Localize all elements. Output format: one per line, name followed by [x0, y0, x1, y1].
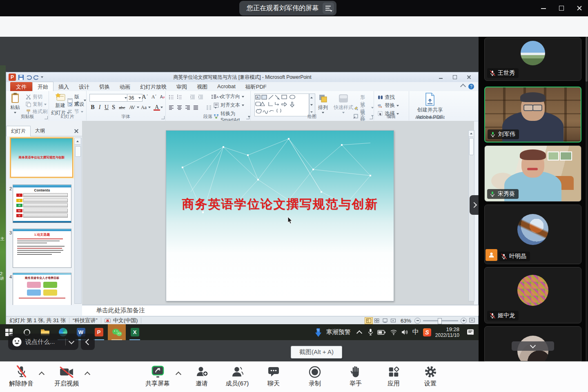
slide-thumbnail-3[interactable]: 1.论文选题 — [13, 229, 71, 268]
audio-options-chevron[interactable] — [40, 371, 44, 378]
zoom-slider-thumb[interactable] — [438, 318, 442, 324]
close-button[interactable] — [577, 5, 582, 11]
clear-formatting-button[interactable]: A — [160, 94, 165, 100]
reset-button[interactable]: 重设 — [67, 101, 84, 108]
excel-button[interactable]: X — [126, 324, 144, 340]
increase-font-button[interactable]: Aʾ — [142, 94, 148, 100]
tab-file[interactable]: 文件 — [10, 82, 32, 91]
canvas-scroll-up-icon[interactable] — [469, 131, 473, 137]
align-text-button[interactable]: 对齐文本 — [214, 102, 244, 109]
arrange-button[interactable]: 排列 — [318, 94, 328, 114]
sidebar-scrollbar[interactable] — [586, 37, 588, 361]
find-button[interactable]: 查找 — [378, 94, 395, 101]
tab-design[interactable]: 设计 — [74, 82, 94, 91]
language-indicator[interactable]: 中文(中国) — [113, 317, 138, 324]
settings-button[interactable]: 设置 — [411, 365, 450, 388]
ppt-title-bar[interactable]: P 商英学位论文撰写规范与方法 [兼容模式] - Microsoft Power… — [6, 72, 478, 82]
ppt-close-button[interactable] — [467, 75, 472, 80]
align-center-button[interactable] — [177, 105, 182, 110]
zoom-in-button[interactable] — [461, 318, 467, 324]
scroll-participants-down-button[interactable] — [512, 341, 554, 351]
wechat-button-active[interactable] — [108, 324, 126, 340]
panel-scrollbar[interactable] — [74, 138, 82, 304]
italic-button[interactable]: I — [96, 104, 103, 111]
tab-animations[interactable]: 动画 — [115, 82, 135, 91]
tab-insert[interactable]: 插入 — [53, 82, 74, 91]
current-slide[interactable]: 商务英语学位论文撰写规范与创新 — [166, 130, 394, 301]
numbering-button[interactable] — [177, 94, 182, 100]
qat-customize-caret-icon[interactable] — [41, 76, 43, 78]
tab-acrobat[interactable]: Acrobat — [212, 82, 241, 91]
text-shadow-button[interactable]: S — [110, 104, 117, 111]
cut-button[interactable]: 剪切 — [26, 94, 42, 100]
tray-mic-icon[interactable] — [368, 328, 373, 336]
members-button[interactable]: 成员(67) — [218, 365, 257, 388]
panel-close-icon[interactable] — [74, 129, 79, 134]
apps-button[interactable]: 应用 — [374, 365, 413, 388]
tab-foxit-pdf[interactable]: 福昕PDF — [241, 82, 272, 91]
volume-icon[interactable] — [401, 329, 408, 335]
canvas-scroll-thumb[interactable] — [469, 138, 474, 155]
replace-button[interactable]: ab替换 — [378, 102, 399, 109]
quick-styles-button[interactable]: 快速样式 — [334, 94, 353, 114]
justify-button[interactable] — [193, 105, 198, 110]
fit-to-window-button[interactable] — [469, 318, 475, 324]
participant-tile[interactable]: 叶明晶 — [484, 205, 581, 264]
canvas-scrollbar[interactable] — [468, 130, 474, 301]
raise-hand-button[interactable]: 举手 — [336, 365, 375, 388]
chat-button[interactable]: 聊天 — [254, 365, 293, 388]
start-video-button[interactable]: 开启视频 — [47, 365, 86, 388]
new-slide-button[interactable]: 新建 幻灯片 — [51, 93, 69, 116]
share-screen-button[interactable]: 共享屏幕 — [138, 365, 177, 388]
panel-scroll-thumb[interactable] — [75, 146, 81, 157]
taskbar-clock[interactable]: 19:28 2022/11/10 — [435, 326, 459, 339]
tray-expand-chevron[interactable] — [356, 330, 362, 336]
chat-quick-bar[interactable]: 说点什么... — [8, 334, 78, 350]
copy-button[interactable]: 复制 — [26, 101, 47, 108]
slide-thumbnail-2[interactable]: Contents I II III IV V — [13, 185, 71, 223]
save-icon[interactable] — [18, 74, 24, 80]
unmute-button[interactable]: 解除静音 — [2, 365, 41, 388]
character-spacing-button[interactable]: AV — [127, 105, 136, 111]
battery-icon[interactable] — [377, 330, 386, 335]
underline-button[interactable]: U — [103, 104, 110, 111]
increase-indent-button[interactable] — [198, 94, 203, 100]
shapes-gallery-scroll[interactable] — [309, 94, 315, 116]
columns-button[interactable] — [206, 105, 212, 110]
screen-options-menu-button[interactable] — [323, 2, 334, 14]
text-direction-button[interactable]: A文字方向 — [214, 93, 244, 100]
chat-expand-chevron[interactable] — [69, 338, 74, 344]
shapes-gallery[interactable]: A — [254, 94, 309, 116]
reading-view-button[interactable] — [381, 317, 389, 324]
chat-input[interactable]: 说点什么... — [25, 338, 65, 346]
ppt-minimize-button[interactable] — [439, 75, 444, 80]
paragraph-dialog-launcher[interactable] — [246, 116, 249, 119]
tab-slideshow[interactable]: 幻灯片放映 — [135, 82, 172, 91]
panel-tab-outline[interactable]: 大纲 — [31, 126, 49, 136]
font-name-combo[interactable] — [89, 94, 129, 102]
drawing-dialog-launcher[interactable] — [370, 116, 373, 119]
clipboard-dialog-launcher[interactable] — [45, 116, 48, 119]
ppt-maximize-button[interactable] — [453, 75, 458, 80]
panel-tab-slides[interactable]: 幻灯片 — [6, 126, 31, 136]
participant-tile[interactable]: 王世秀 — [484, 38, 581, 81]
notes-area[interactable]: 单击此处添加备注 — [82, 305, 479, 316]
bullets-button[interactable] — [169, 94, 174, 100]
align-right-button[interactable] — [185, 105, 190, 110]
weather-alert-label[interactable]: 寒潮预警 — [326, 328, 351, 336]
zoom-out-button[interactable] — [414, 318, 421, 324]
align-left-button[interactable] — [169, 105, 174, 110]
sogou-ime-icon[interactable]: S — [423, 328, 431, 336]
undo-icon[interactable] — [26, 75, 32, 80]
invite-button[interactable]: 邀请 — [182, 365, 221, 388]
wifi-icon[interactable] — [390, 329, 397, 335]
bold-button[interactable]: B — [89, 104, 96, 111]
slide-sorter-view-button[interactable] — [373, 317, 381, 324]
participant-tile-active-speaker[interactable]: 刘军伟 — [484, 87, 581, 143]
collapse-chat-button[interactable] — [81, 334, 95, 350]
spellcheck-icon[interactable] — [105, 318, 111, 323]
video-options-chevron[interactable] — [85, 371, 89, 378]
redo-icon[interactable] — [33, 75, 39, 80]
font-color-button[interactable]: A — [154, 104, 160, 111]
slideshow-view-button[interactable] — [389, 317, 397, 324]
